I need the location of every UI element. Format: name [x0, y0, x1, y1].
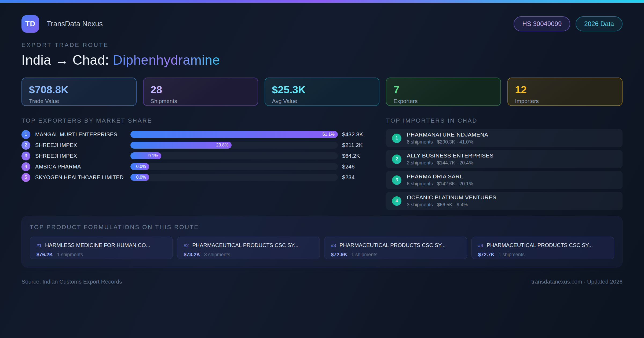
market-share-percent: 29.8%: [216, 143, 228, 148]
exporter-row[interactable]: 1 MANGAL MURTI ENTERPRISES 61.1% $432.8K: [21, 129, 369, 140]
importer-text: PHARMANATURE-NDJAMENA 8 shipments · $290…: [407, 131, 488, 145]
product-shipments: 1 shipments: [57, 252, 83, 258]
footer-site: transdatanexus.com · Updated 2026: [531, 278, 623, 285]
market-share-percent: 9.1%: [148, 153, 158, 158]
importer-text: OCEANIC PLATINUM VENTURES 3 shipments · …: [407, 194, 496, 208]
market-share-bar-track: 0.0%: [130, 163, 338, 170]
stat-card-avg-value: $25.3K Avg Value: [265, 78, 380, 106]
product-meta-line: $72.9K 1 shipments: [331, 252, 460, 258]
stat-card-importers: 12 Importers: [507, 78, 623, 106]
page-container: TD TransData Nexus HS 30049099 2026 Data…: [21, 15, 623, 285]
product-rank: #1: [36, 243, 42, 248]
importer-name: ALLY BUSINESS ENTERPRISES: [407, 152, 493, 159]
market-share-percent: 61.1%: [323, 132, 335, 137]
product-meta-line: $72.7K 1 shipments: [478, 252, 608, 258]
stat-label: Trade Value: [29, 98, 129, 104]
market-share-percent: 0.0%: [136, 164, 146, 169]
market-share-bar-fill: 61.1%: [130, 131, 338, 138]
importer-row[interactable]: 2 ALLY BUSINESS ENTERPRISES 2 shipments …: [386, 150, 623, 168]
stat-value: $708.8K: [29, 84, 129, 96]
product-card[interactable]: #4 PHARMACEUTICAL PRODUCTS CSC SY... $72…: [471, 237, 614, 259]
importer-meta: 2 shipments · $144.7K · 20.4%: [407, 160, 493, 166]
market-share-bar-track: 0.0%: [130, 174, 338, 181]
products-section-title: TOP PRODUCT FORMULATIONS ON THIS ROUTE: [30, 224, 614, 231]
exporters-section: TOP EXPORTERS BY MARKET SHARE 1 MANGAL M…: [21, 117, 369, 210]
exporter-name: SHREEJI IMPEX: [35, 153, 130, 159]
stat-card-exporters: 7 Exporters: [386, 78, 501, 106]
stat-label: Avg Value: [272, 98, 372, 104]
main-columns: TOP EXPORTERS BY MARKET SHARE 1 MANGAL M…: [21, 117, 623, 210]
product-shipments: 1 shipments: [499, 252, 525, 258]
product-rank: #4: [478, 243, 483, 248]
market-share-bar-fill: 0.0%: [130, 163, 149, 170]
importer-text: PHARMA DRIA SARL 6 shipments · $142.6K ·…: [407, 173, 473, 187]
product-value: $72.9K: [331, 252, 347, 258]
exporters-list: 1 MANGAL MURTI ENTERPRISES 61.1% $432.8K…: [21, 129, 369, 183]
product-title-line: #1 HARMLESS MEDICINE FOR HUMAN CO...: [36, 242, 166, 248]
exporter-name: AMBICA PHARMA: [35, 164, 130, 170]
page-title-route: India → Chad:: [21, 53, 113, 68]
exporter-name: MANGAL MURTI ENTERPRISES: [35, 131, 130, 138]
rank-badge: 3: [21, 152, 30, 160]
market-share-bar-fill: 29.8%: [130, 142, 232, 149]
importer-row[interactable]: 4 OCEANIC PLATINUM VENTURES 3 shipments …: [386, 192, 623, 210]
year-data-badge[interactable]: 2026 Data: [576, 16, 623, 31]
page-title: India → Chad: Diphenhydramine: [21, 52, 623, 68]
rank-badge: 4: [392, 196, 401, 206]
rank-badge: 1: [21, 130, 30, 139]
stat-value: $25.3K: [272, 84, 372, 96]
rank-badge: 1: [392, 134, 401, 143]
product-name: PHARMACEUTICAL PRODUCTS CSC SY...: [486, 242, 593, 248]
product-card[interactable]: #2 PHARMACEUTICAL PRODUCTS CSC SY... $73…: [177, 237, 320, 259]
stat-card-trade-value: $708.8K Trade Value: [21, 78, 137, 106]
exporter-value: $246: [342, 163, 369, 170]
market-share-bar-track: 61.1%: [130, 131, 338, 138]
importers-section-title: TOP IMPORTERS IN CHAD: [386, 117, 623, 124]
product-shipments: 3 shipments: [204, 252, 230, 258]
product-title-line: #2 PHARMACEUTICAL PRODUCTS CSC SY...: [184, 242, 313, 248]
importer-row[interactable]: 3 PHARMA DRIA SARL 6 shipments · $142.6K…: [386, 171, 623, 189]
exporter-name: SHREEJI IMPEX: [35, 142, 130, 148]
rank-badge: 4: [21, 162, 30, 171]
product-value: $72.7K: [478, 252, 495, 258]
exporter-row[interactable]: 2 SHREEJI IMPEX 29.8% $211.2K: [21, 140, 369, 150]
exporter-row[interactable]: 3 SHREEJI IMPEX 9.1% $64.2K: [21, 150, 369, 161]
product-shipments: 1 shipments: [351, 252, 377, 258]
importer-text: ALLY BUSINESS ENTERPRISES 2 shipments · …: [407, 152, 493, 166]
header: TD TransData Nexus HS 30049099 2026 Data: [21, 15, 623, 33]
products-section: TOP PRODUCT FORMULATIONS ON THIS ROUTE #…: [21, 216, 623, 267]
rank-badge: 2: [392, 155, 401, 164]
route-eyebrow: EXPORT TRADE ROUTE: [21, 42, 623, 49]
market-share-bar-fill: 9.1%: [130, 152, 161, 159]
importer-meta: 6 shipments · $142.6K · 20.1%: [407, 181, 473, 187]
product-name: HARMLESS MEDICINE FOR HUMAN CO...: [45, 242, 150, 248]
market-share-percent: 0.0%: [136, 175, 146, 180]
market-share-bar-fill: 0.0%: [130, 174, 149, 181]
product-rank: #3: [331, 243, 336, 248]
stat-card-shipments: 28 Shipments: [143, 78, 258, 106]
exporter-row[interactable]: 4 AMBICA PHARMA 0.0% $246: [21, 161, 369, 172]
stat-label: Importers: [515, 98, 615, 104]
product-meta-line: $73.2K 3 shipments: [184, 252, 313, 258]
market-share-bar-track: 29.8%: [130, 142, 338, 149]
importer-row[interactable]: 1 PHARMANATURE-NDJAMENA 8 shipments · $2…: [386, 129, 623, 147]
product-card[interactable]: #3 PHARMACEUTICAL PRODUCTS CSC SY... $72…: [324, 237, 467, 259]
product-value: $73.2K: [184, 252, 200, 258]
product-card[interactable]: #1 HARMLESS MEDICINE FOR HUMAN CO... $76…: [30, 237, 173, 259]
hs-code-badge[interactable]: HS 30049099: [514, 16, 570, 31]
app-logo-text: TD: [25, 20, 35, 28]
importer-meta: 3 shipments · $66.5K · 9.4%: [407, 202, 496, 208]
exporter-value: $234: [342, 174, 369, 181]
exporter-value: $432.8K: [342, 131, 369, 138]
rank-badge: 3: [392, 175, 401, 185]
importer-meta: 8 shipments · $290.3K · 41.0%: [407, 139, 488, 145]
exporter-value: $211.2K: [342, 142, 369, 148]
product-rank: #2: [184, 243, 189, 248]
product-title-line: #3 PHARMACEUTICAL PRODUCTS CSC SY...: [331, 242, 460, 248]
stat-value: 7: [393, 84, 493, 96]
importers-list: 1 PHARMANATURE-NDJAMENA 8 shipments · $2…: [386, 129, 623, 210]
app-name: TransData Nexus: [47, 20, 103, 28]
exporter-row[interactable]: 5 SKYOGEN HEALTHCARE LIMITED 0.0% $234: [21, 172, 369, 183]
exporter-value: $64.2K: [342, 153, 369, 159]
app-logo[interactable]: TD: [21, 15, 39, 33]
